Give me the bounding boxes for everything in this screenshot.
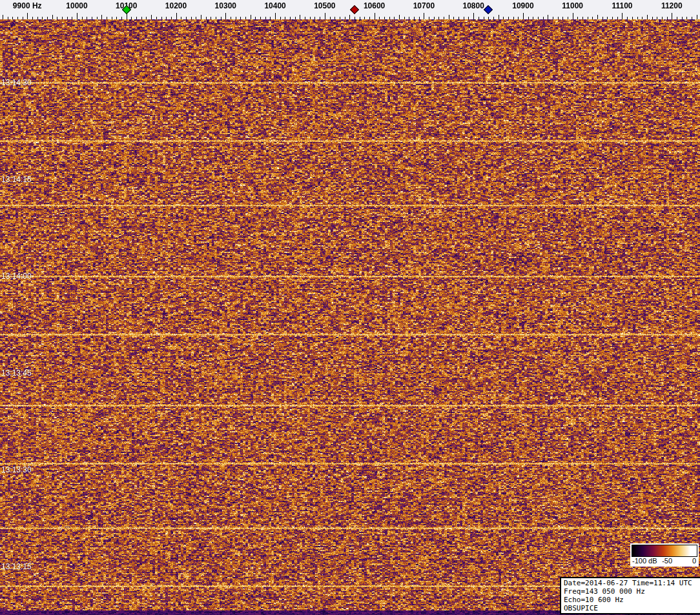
time-tick-label: 13:14:15 — [1, 175, 32, 184]
info-freq-line: Freq=143 050 000 Hz — [564, 587, 700, 596]
color-scale-labels: -100 dB -50 0 — [632, 557, 697, 565]
time-tick-label: 13:13:30 — [1, 465, 32, 474]
freq-tick-label: 9900 Hz — [13, 1, 42, 10]
scale-min-label: -100 dB — [632, 557, 657, 565]
time-tick-label: 13:14:00 — [1, 272, 32, 281]
freq-tick-label: 10500 — [314, 1, 335, 10]
freq-tick-label: 11100 — [612, 1, 632, 10]
freq-tick-label: 10200 — [165, 1, 187, 10]
scale-max-label: 0 — [692, 557, 696, 565]
color-scale-gradient[interactable] — [632, 545, 697, 557]
freq-tick-label: 10600 — [364, 1, 385, 10]
spectrogram-window: 9900 Hz100001010010200103001040010500106… — [0, 0, 700, 615]
scale-mid-label: -50 — [662, 557, 672, 565]
time-tick-label: 13:13:15 — [1, 562, 32, 571]
info-date-line: Date=2014-06-27 Time=11:14 UTC — [564, 579, 700, 587]
info-station-line: OBSUPICE — [564, 604, 700, 612]
freq-tick-label: 10900 — [512, 1, 533, 10]
freq-tick-label: 10700 — [413, 1, 435, 10]
info-echo-line: Echo=10 600 Hz — [564, 596, 700, 604]
waterfall-spectrogram[interactable] — [0, 19, 700, 615]
time-tick-label: 13:13:45 — [1, 368, 32, 378]
time-tick-label: 13:14:30 — [1, 78, 32, 87]
amplitude-color-scale: -100 dB -50 0 — [630, 543, 699, 567]
freq-tick-label: 11000 — [562, 1, 583, 10]
info-box: Date=2014-06-27 Time=11:14 UTC Freq=143 … — [560, 577, 700, 614]
freq-tick-label: 11200 — [661, 1, 683, 10]
frequency-axis[interactable]: 9900 Hz100001010010200103001040010500106… — [0, 0, 700, 19]
freq-tick-label: 10400 — [264, 1, 285, 10]
freq-tick-label: 10000 — [66, 1, 87, 10]
freq-tick-label: 10300 — [215, 1, 236, 10]
freq-tick-label: 10800 — [462, 1, 484, 10]
